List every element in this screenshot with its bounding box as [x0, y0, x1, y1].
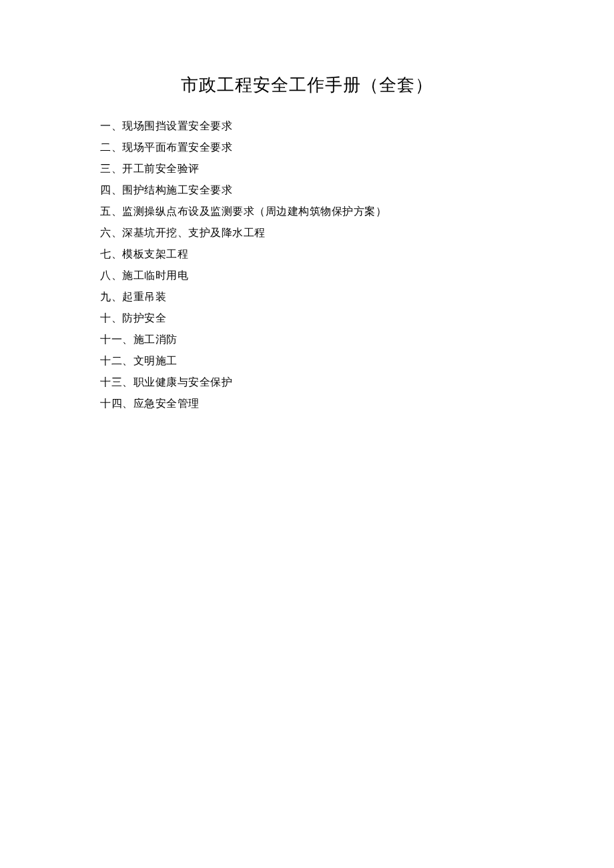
- toc-item: 五、监测操纵点布设及监测要求（周边建构筑物保护方案）: [100, 201, 514, 222]
- toc-item: 十一、施工消防: [100, 329, 514, 350]
- toc-item: 八、施工临时用电: [100, 265, 514, 286]
- toc-item: 九、起重吊装: [100, 286, 514, 308]
- toc-item: 十三、职业健康与安全保护: [100, 372, 514, 393]
- toc-item: 七、模板支架工程: [100, 244, 514, 265]
- toc-item: 十四、应急安全管理: [100, 393, 514, 414]
- toc-item: 四、围护结构施工安全要求: [100, 179, 514, 201]
- toc-item: 六、深基坑开挖、支护及降水工程: [100, 222, 514, 244]
- toc-item: 三、开工前安全验评: [100, 158, 514, 179]
- table-of-contents: 一、现场围挡设置安全要求 二、现场平面布置安全要求 三、开工前安全验评 四、围护…: [100, 115, 514, 414]
- toc-item: 一、现场围挡设置安全要求: [100, 115, 514, 137]
- toc-item: 十二、文明施工: [100, 350, 514, 372]
- document-title: 市政工程安全工作手册（全套）: [100, 73, 514, 97]
- toc-item: 十、防护安全: [100, 308, 514, 329]
- toc-item: 二、现场平面布置安全要求: [100, 137, 514, 158]
